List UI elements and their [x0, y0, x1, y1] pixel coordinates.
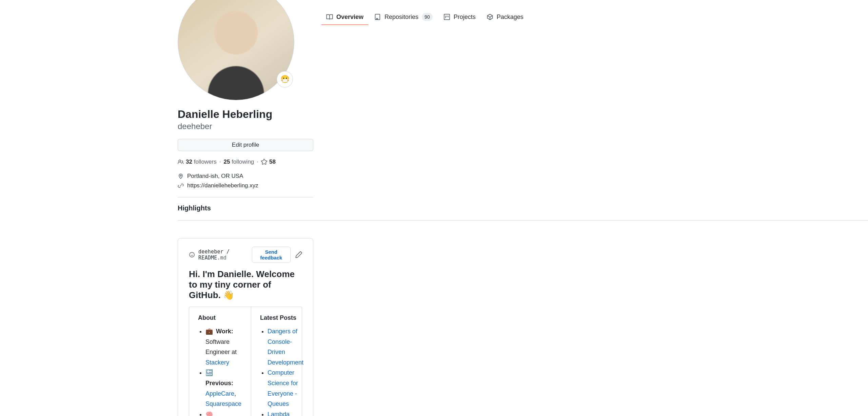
tab-overview-label: Overview	[336, 13, 363, 21]
following-link[interactable]: 25 following	[223, 159, 254, 165]
tab-packages[interactable]: Packages	[482, 9, 528, 25]
svg-point-2	[190, 252, 194, 257]
followers-link[interactable]: 32 followers	[186, 159, 217, 165]
link-icon	[178, 183, 184, 189]
send-feedback-button[interactable]: Send feedback	[252, 247, 291, 263]
post-link-3[interactable]: Lambda Layer Update	[268, 411, 290, 416]
book-icon	[326, 14, 333, 20]
svg-point-0	[180, 175, 181, 176]
post-link-2[interactable]: Computer Science for Everyone - Queues	[268, 369, 298, 407]
tab-overview[interactable]: Overview	[321, 9, 368, 25]
tab-packages-label: Packages	[497, 13, 524, 21]
profile-fullname: Danielle Heberling	[178, 108, 313, 121]
tab-repositories[interactable]: Repositories 90	[370, 9, 437, 25]
project-icon	[443, 14, 450, 20]
package-icon	[487, 14, 493, 20]
avatar-wrapper[interactable]: 😷	[178, 0, 294, 100]
link-squarespace[interactable]: Squarespace	[205, 400, 241, 407]
about-item-previous: 🔙 Previous: AppleCare, Squarespace	[205, 368, 242, 409]
stars-link[interactable]: 58	[269, 159, 276, 165]
repo-count-badge: 90	[422, 13, 433, 21]
about-item-interests: 🧠 Interests: Serverless, DevOps, AWS, Ja…	[205, 409, 242, 416]
link-applecare[interactable]: AppleCare	[205, 390, 234, 397]
status-badge[interactable]: 😷	[277, 71, 293, 87]
website-row: https://danielleheberling.xyz	[178, 182, 313, 189]
readme-path[interactable]: deeheber / README.md	[198, 249, 252, 261]
website-link[interactable]: https://danielleheberling.xyz	[187, 182, 258, 189]
post-link-1[interactable]: Dangers of Console-Driven Development	[268, 328, 303, 366]
tab-projects-label: Projects	[454, 13, 476, 21]
tab-projects[interactable]: Projects	[439, 9, 480, 25]
follow-stats: 32 followers · 25 following · 58	[178, 159, 313, 165]
people-icon	[178, 159, 184, 165]
profile-username: deeheber	[178, 121, 313, 132]
post-item: Lambda Layer Update	[268, 409, 303, 416]
location-icon	[178, 173, 184, 179]
link-stackery[interactable]: Stackery	[205, 359, 229, 366]
star-icon	[261, 159, 267, 165]
highlights-heading: Highlights	[178, 204, 313, 212]
edit-profile-button[interactable]: Edit profile	[178, 139, 313, 151]
tabnav-underline	[178, 220, 868, 221]
readme-title: Hi. I'm Danielle. Welcome to my tiny cor…	[189, 269, 302, 300]
avatar[interactable]	[178, 0, 294, 100]
repo-icon	[374, 14, 381, 20]
posts-heading: Latest Posts	[260, 314, 303, 321]
sidebar-divider	[178, 197, 313, 197]
profile-readme: deeheber / README.md Send feedback Hi. I…	[178, 238, 313, 416]
tab-repositories-label: Repositories	[384, 13, 418, 21]
about-item-work: 💼 Work: Software Engineer at Stackery	[205, 326, 242, 368]
post-item: Dangers of Console-Driven Development	[268, 326, 303, 368]
svg-point-3	[191, 254, 191, 254]
svg-point-4	[193, 254, 193, 254]
location-text: Portland-ish, OR USA	[187, 173, 243, 180]
smiley-icon	[189, 252, 195, 258]
pencil-icon[interactable]	[295, 251, 302, 258]
about-heading: About	[198, 314, 242, 321]
post-item: Computer Science for Everyone - Queues	[268, 368, 303, 409]
location-row: Portland-ish, OR USA	[178, 173, 313, 180]
